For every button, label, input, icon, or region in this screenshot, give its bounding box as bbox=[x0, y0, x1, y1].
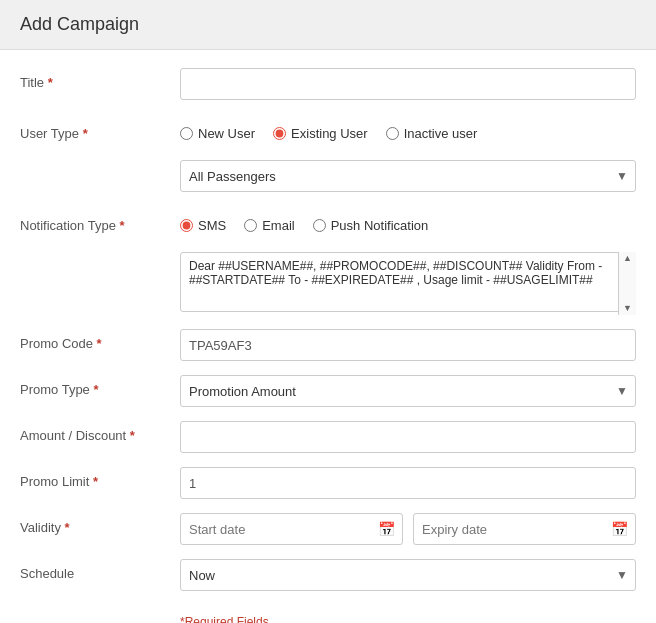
passenger-label-spacer bbox=[20, 160, 180, 167]
passenger-select-wrapper: All Passengers ▼ bbox=[180, 160, 636, 192]
notification-type-label: Notification Type * bbox=[20, 211, 180, 233]
title-row: Title * bbox=[20, 68, 636, 100]
user-type-new-user[interactable]: New User bbox=[180, 126, 255, 141]
promo-code-required-star: * bbox=[97, 336, 102, 351]
scroll-up-icon: ▲ bbox=[623, 254, 632, 263]
notification-sms[interactable]: SMS bbox=[180, 218, 226, 233]
required-fields-note: *Required Fields bbox=[180, 615, 636, 623]
expiry-date-wrapper: 📅 bbox=[413, 513, 636, 545]
schedule-label: Schedule bbox=[20, 559, 180, 581]
page-header: Add Campaign bbox=[0, 0, 656, 50]
promo-type-select[interactable]: Promotion Amount bbox=[180, 375, 636, 407]
amount-discount-label: Amount / Discount * bbox=[20, 421, 180, 443]
user-type-existing-user[interactable]: Existing User bbox=[273, 126, 368, 141]
radio-existing-user[interactable] bbox=[273, 127, 286, 140]
email-label: Email bbox=[262, 218, 295, 233]
title-control bbox=[180, 68, 636, 100]
promo-code-control bbox=[180, 329, 636, 361]
validity-control: 📅 📅 bbox=[180, 513, 636, 545]
validity-label: Validity * bbox=[20, 513, 180, 535]
new-user-label: New User bbox=[198, 126, 255, 141]
user-type-label: User Type * bbox=[20, 119, 180, 141]
message-textarea-wrapper: Dear ##USERNAME##, ##PROMOCODE##, ##DISC… bbox=[180, 252, 636, 315]
notification-type-radio-group: SMS Email Push Notification bbox=[180, 212, 636, 233]
required-note-area: *Required Fields Back Submit Reset bbox=[180, 605, 636, 623]
user-type-inactive-user[interactable]: Inactive user bbox=[386, 126, 478, 141]
promo-limit-input[interactable] bbox=[180, 467, 636, 499]
promo-limit-control bbox=[180, 467, 636, 499]
expiry-date-input[interactable] bbox=[413, 513, 636, 545]
push-label: Push Notification bbox=[331, 218, 429, 233]
schedule-control: Now ▼ bbox=[180, 559, 636, 591]
message-row: Dear ##USERNAME##, ##PROMOCODE##, ##DISC… bbox=[20, 252, 636, 315]
title-input[interactable] bbox=[180, 68, 636, 100]
message-control: Dear ##USERNAME##, ##PROMOCODE##, ##DISC… bbox=[180, 252, 636, 315]
existing-user-label: Existing User bbox=[291, 126, 368, 141]
promo-type-required-star: * bbox=[93, 382, 98, 397]
message-label-spacer bbox=[20, 252, 180, 259]
scroll-down-icon: ▼ bbox=[623, 304, 632, 313]
page-container: Add Campaign Title * User Type * bbox=[0, 0, 656, 623]
schedule-select-wrapper: Now ▼ bbox=[180, 559, 636, 591]
page-title: Add Campaign bbox=[20, 14, 636, 35]
schedule-select[interactable]: Now bbox=[180, 559, 636, 591]
form-body: Title * User Type * New User bbox=[0, 50, 656, 623]
notification-type-required-star: * bbox=[120, 218, 125, 233]
notification-type-row: Notification Type * SMS Email Push Not bbox=[20, 206, 636, 238]
passenger-control: All Passengers ▼ bbox=[180, 160, 636, 192]
promo-limit-required-star: * bbox=[93, 474, 98, 489]
validity-row: Validity * 📅 📅 bbox=[20, 513, 636, 545]
schedule-row: Schedule Now ▼ bbox=[20, 559, 636, 591]
user-type-row: User Type * New User Existing User Ina bbox=[20, 114, 636, 146]
start-date-wrapper: 📅 bbox=[180, 513, 403, 545]
title-label: Title * bbox=[20, 68, 180, 90]
message-textarea[interactable]: Dear ##USERNAME##, ##PROMOCODE##, ##DISC… bbox=[180, 252, 636, 312]
title-required-star: * bbox=[48, 75, 53, 90]
amount-discount-required-star: * bbox=[130, 428, 135, 443]
start-date-input[interactable] bbox=[180, 513, 403, 545]
radio-new-user[interactable] bbox=[180, 127, 193, 140]
user-type-control: New User Existing User Inactive user bbox=[180, 120, 636, 141]
required-fields-row: *Required Fields Back Submit Reset bbox=[20, 605, 636, 623]
user-type-required-star: * bbox=[83, 126, 88, 141]
promo-type-label: Promo Type * bbox=[20, 375, 180, 397]
inactive-user-label: Inactive user bbox=[404, 126, 478, 141]
notification-push[interactable]: Push Notification bbox=[313, 218, 429, 233]
textarea-scrollbar: ▲ ▼ bbox=[618, 252, 636, 315]
sms-label: SMS bbox=[198, 218, 226, 233]
promo-code-row: Promo Code * bbox=[20, 329, 636, 361]
validity-required-star: * bbox=[65, 520, 70, 535]
required-label-spacer bbox=[20, 605, 180, 612]
promo-type-select-wrapper: Promotion Amount ▼ bbox=[180, 375, 636, 407]
promo-code-input[interactable] bbox=[180, 329, 636, 361]
validity-date-row: 📅 📅 bbox=[180, 513, 636, 545]
notification-type-control: SMS Email Push Notification bbox=[180, 212, 636, 233]
amount-discount-control bbox=[180, 421, 636, 453]
radio-email[interactable] bbox=[244, 219, 257, 232]
radio-push[interactable] bbox=[313, 219, 326, 232]
notification-email[interactable]: Email bbox=[244, 218, 295, 233]
passenger-select[interactable]: All Passengers bbox=[180, 160, 636, 192]
promo-type-control: Promotion Amount ▼ bbox=[180, 375, 636, 407]
amount-discount-row: Amount / Discount * bbox=[20, 421, 636, 453]
passenger-row: All Passengers ▼ bbox=[20, 160, 636, 192]
user-type-radio-group: New User Existing User Inactive user bbox=[180, 120, 636, 141]
promo-code-label: Promo Code * bbox=[20, 329, 180, 351]
promo-limit-label: Promo Limit * bbox=[20, 467, 180, 489]
radio-inactive-user[interactable] bbox=[386, 127, 399, 140]
promo-type-row: Promo Type * Promotion Amount ▼ bbox=[20, 375, 636, 407]
amount-discount-input[interactable] bbox=[180, 421, 636, 453]
radio-sms[interactable] bbox=[180, 219, 193, 232]
promo-limit-row: Promo Limit * bbox=[20, 467, 636, 499]
